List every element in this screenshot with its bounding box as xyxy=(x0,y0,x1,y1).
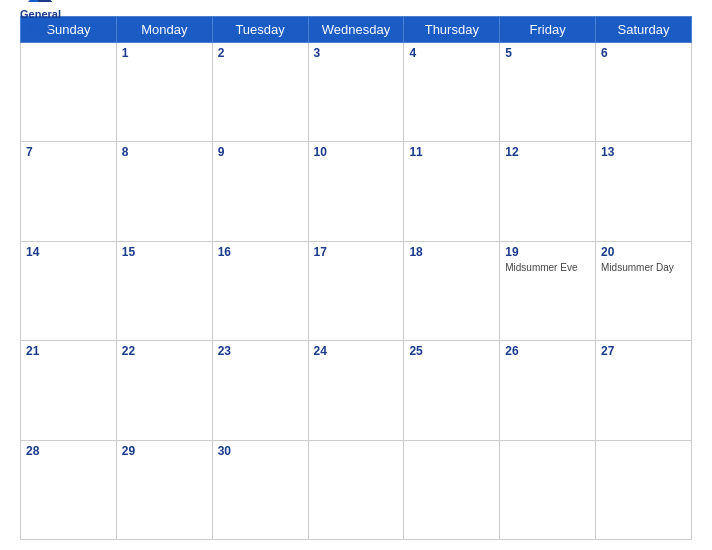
calendar-cell: 30 xyxy=(212,440,308,539)
weekday-header-tuesday: Tuesday xyxy=(212,17,308,43)
calendar-cell: 10 xyxy=(308,142,404,241)
calendar-cell: 1 xyxy=(116,43,212,142)
day-number: 9 xyxy=(218,145,303,159)
weekday-header-row: SundayMondayTuesdayWednesdayThursdayFrid… xyxy=(21,17,692,43)
calendar-cell: 15 xyxy=(116,241,212,340)
calendar-cell: 4 xyxy=(404,43,500,142)
calendar-week-2: 78910111213 xyxy=(21,142,692,241)
calendar-cell: 16 xyxy=(212,241,308,340)
calendar-cell: 7 xyxy=(21,142,117,241)
calendar-cell: 14 xyxy=(21,241,117,340)
calendar-cell: 6 xyxy=(596,43,692,142)
day-number: 29 xyxy=(122,444,207,458)
calendar-week-5: 282930 xyxy=(21,440,692,539)
calendar-week-1: 123456 xyxy=(21,43,692,142)
day-number: 18 xyxy=(409,245,494,259)
day-number: 7 xyxy=(26,145,111,159)
day-number: 6 xyxy=(601,46,686,60)
calendar-week-4: 21222324252627 xyxy=(21,341,692,440)
day-number: 17 xyxy=(314,245,399,259)
calendar-cell: 21 xyxy=(21,341,117,440)
calendar-cell: 19Midsummer Eve xyxy=(500,241,596,340)
day-number: 25 xyxy=(409,344,494,358)
day-number: 20 xyxy=(601,245,686,259)
day-number: 24 xyxy=(314,344,399,358)
day-number: 19 xyxy=(505,245,590,259)
day-number: 4 xyxy=(409,46,494,60)
weekday-header-monday: Monday xyxy=(116,17,212,43)
calendar-cell: 29 xyxy=(116,440,212,539)
holiday-label: Midsummer Day xyxy=(601,261,686,274)
calendar-cell: 23 xyxy=(212,341,308,440)
calendar-cell: 2 xyxy=(212,43,308,142)
day-number: 23 xyxy=(218,344,303,358)
calendar-cell xyxy=(500,440,596,539)
day-number: 13 xyxy=(601,145,686,159)
day-number: 1 xyxy=(122,46,207,60)
calendar-cell: 28 xyxy=(21,440,117,539)
calendar-cell: 25 xyxy=(404,341,500,440)
calendar-cell: 22 xyxy=(116,341,212,440)
day-number: 14 xyxy=(26,245,111,259)
calendar-cell: 3 xyxy=(308,43,404,142)
calendar-cell: 24 xyxy=(308,341,404,440)
calendar-cell: 11 xyxy=(404,142,500,241)
day-number: 11 xyxy=(409,145,494,159)
day-number: 16 xyxy=(218,245,303,259)
holiday-label: Midsummer Eve xyxy=(505,261,590,274)
calendar-table: SundayMondayTuesdayWednesdayThursdayFrid… xyxy=(20,16,692,540)
day-number: 28 xyxy=(26,444,111,458)
calendar-cell: 5 xyxy=(500,43,596,142)
day-number: 2 xyxy=(218,46,303,60)
weekday-header-wednesday: Wednesday xyxy=(308,17,404,43)
logo-general: General xyxy=(20,8,61,21)
calendar-cell: 20Midsummer Day xyxy=(596,241,692,340)
calendar-cell: 13 xyxy=(596,142,692,241)
logo: General Blue xyxy=(20,0,61,35)
day-number: 8 xyxy=(122,145,207,159)
day-number: 27 xyxy=(601,344,686,358)
day-number: 26 xyxy=(505,344,590,358)
weekday-header-saturday: Saturday xyxy=(596,17,692,43)
calendar-cell: 12 xyxy=(500,142,596,241)
calendar-cell: 18 xyxy=(404,241,500,340)
calendar-cell: 27 xyxy=(596,341,692,440)
calendar-cell: 9 xyxy=(212,142,308,241)
calendar-cell xyxy=(21,43,117,142)
day-number: 22 xyxy=(122,344,207,358)
calendar-week-3: 141516171819Midsummer Eve20Midsummer Day xyxy=(21,241,692,340)
day-number: 3 xyxy=(314,46,399,60)
calendar-cell: 26 xyxy=(500,341,596,440)
day-number: 30 xyxy=(218,444,303,458)
day-number: 10 xyxy=(314,145,399,159)
day-number: 5 xyxy=(505,46,590,60)
calendar-cell xyxy=(596,440,692,539)
weekday-header-thursday: Thursday xyxy=(404,17,500,43)
calendar-cell xyxy=(404,440,500,539)
day-number: 21 xyxy=(26,344,111,358)
calendar-cell: 17 xyxy=(308,241,404,340)
day-number: 12 xyxy=(505,145,590,159)
weekday-header-friday: Friday xyxy=(500,17,596,43)
day-number: 15 xyxy=(122,245,207,259)
calendar-cell xyxy=(308,440,404,539)
logo-blue-text: Blue xyxy=(29,22,53,34)
svg-marker-2 xyxy=(37,0,52,2)
calendar-cell: 8 xyxy=(116,142,212,241)
